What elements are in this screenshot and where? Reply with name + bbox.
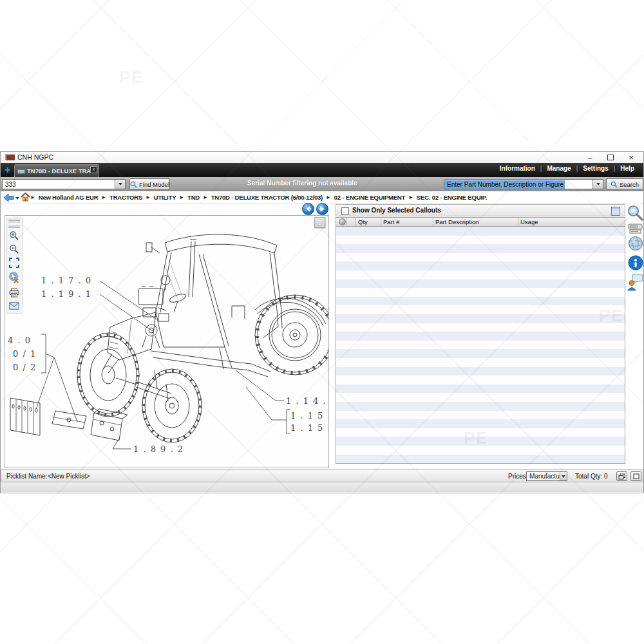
single-window-icon — [633, 473, 639, 479]
callout-0-2[interactable]: 0 / 2 — [13, 363, 37, 372]
window-bottom-strip — [1, 482, 643, 492]
tab-close-icon[interactable]: x — [90, 166, 97, 173]
menu-separator: | — [540, 165, 542, 172]
breadcrumb-separator: ► — [408, 194, 413, 200]
info-button[interactable] — [627, 254, 644, 271]
support-chat-button[interactable] — [627, 273, 644, 292]
parts-table-body — [336, 227, 625, 464]
fax-print-button[interactable] — [628, 223, 643, 234]
grid-view-icon[interactable] — [611, 207, 620, 216]
picklist-name-value[interactable]: <New Picklist> — [48, 473, 90, 480]
menu-separator: | — [614, 165, 616, 172]
cascade-windows-icon — [618, 473, 625, 480]
chevron-down-icon — [562, 475, 565, 478]
search-button[interactable]: Search — [606, 178, 643, 190]
parts-panel: Show Only Selected Callouts Qty Part # P… — [336, 204, 625, 464]
breadcrumb-separator: ► — [326, 194, 331, 200]
breadcrumb-item-tractors[interactable]: TRACTORS — [109, 194, 142, 201]
close-button[interactable]: × — [621, 152, 641, 163]
watermark-text: РЕ — [119, 68, 144, 88]
prev-figure-button[interactable] — [302, 203, 314, 215]
breadcrumb-item-brand[interactable]: New Holland AG EUR — [39, 194, 99, 201]
serial-filter-notice: Serial Number filtering not available — [247, 180, 357, 187]
main-area: 1 . 1 7 . 0 1 . 1 9 . 1 4 . 0 0 / 1 0 / … — [1, 204, 643, 469]
select-all-cell[interactable] — [336, 218, 347, 226]
single-view-button[interactable] — [630, 471, 641, 481]
callout-4-0[interactable]: 4 . 0 — [8, 336, 31, 345]
prices-label: Prices: — [508, 473, 528, 480]
column-qty[interactable]: Qty — [356, 218, 381, 226]
callout-1-15a[interactable]: 1 . 1 5 . — [290, 411, 328, 421]
callout-1-89-2[interactable]: 1 . 8 9 . 2 — [133, 444, 184, 454]
column-part-description[interactable]: Part Description — [433, 218, 518, 226]
prices-combo[interactable]: Manufacturer — [526, 471, 567, 481]
cascade-view-button[interactable] — [616, 471, 627, 481]
part-search-dropdown[interactable] — [592, 180, 603, 189]
parts-table-header: Qty Part # Part Description Usage — [336, 217, 625, 227]
callout-1-14[interactable]: 1 . 1 4 . — [286, 396, 327, 406]
breadcrumb-item-model[interactable]: TN70D - DELUXE TRACTOR (6/00-12/03) — [211, 194, 323, 201]
breadcrumb-separator: ► — [203, 194, 208, 200]
model-combo[interactable]: 333 — [2, 179, 126, 189]
select-all-icon — [339, 218, 346, 225]
column-part-number[interactable]: Part # — [381, 218, 433, 226]
model-combo-dropdown[interactable] — [115, 180, 125, 189]
menu-item-manage[interactable]: Manage — [547, 165, 571, 172]
picklist-bar: Picklist Name: <New Picklist> Prices: Ma… — [1, 469, 643, 482]
breadcrumb: ► New Holland AG EUR ► TRACTORS ► UTILIT… — [30, 194, 487, 201]
column-blank — [347, 218, 356, 226]
breadcrumb-item-subsection[interactable]: SEC. 02 - ENGINE EQUIP. — [417, 194, 487, 201]
globe-icon-button[interactable] — [627, 235, 644, 252]
find-model-label: Find Model — [139, 181, 169, 188]
total-qty: Total Qty: 0 — [575, 473, 608, 480]
prices-combo-dropdown[interactable] — [560, 472, 567, 480]
maximize-button[interactable] — [601, 152, 620, 163]
top-menu: Information | Manage | Settings | Help — [500, 165, 634, 172]
figure-panel: 1 . 1 7 . 0 1 . 1 9 . 1 4 . 0 0 / 1 0 / … — [5, 215, 329, 468]
show-only-selected-label: Show Only Selected Callouts — [352, 207, 441, 214]
new-tab-button[interactable]: + — [3, 164, 13, 176]
breadcrumb-separator: ► — [101, 194, 106, 200]
find-model-button[interactable]: Find Model — [129, 178, 170, 190]
picklist-name-label: Picklist Name: — [6, 473, 47, 480]
search-icon — [611, 181, 618, 188]
chevron-down-icon — [596, 183, 600, 185]
chevron-down-icon — [118, 183, 122, 185]
menu-item-information[interactable]: Information — [500, 165, 535, 172]
prices-combo-value: Manufacturer — [527, 473, 560, 480]
tab-icon — [17, 169, 25, 174]
callout-1-15b[interactable]: 1 . 1 5 . — [290, 423, 328, 433]
app-logo — [5, 154, 15, 160]
main-toolbar: 333 Find Model Serial Number filtering n… — [1, 177, 643, 191]
callout-leader-lines — [36, 281, 290, 449]
breadcrumb-separator: ► — [30, 194, 35, 200]
breadcrumb-item-tnd[interactable]: TND — [187, 194, 200, 201]
callout-0-1[interactable]: 0 / 1 — [13, 349, 37, 359]
figure-search-button[interactable] — [627, 204, 644, 222]
parts-panel-header: Show Only Selected Callouts — [336, 204, 625, 216]
maximize-icon — [607, 155, 614, 160]
show-only-selected-checkbox[interactable] — [341, 207, 349, 215]
menu-item-settings[interactable]: Settings — [583, 165, 608, 172]
home-icon[interactable] — [21, 193, 30, 202]
back-arrow-icon[interactable] — [3, 193, 14, 202]
window-title: CNH NGPC — [17, 153, 53, 161]
minimize-button[interactable]: – — [580, 152, 600, 163]
search-button-label: Search — [620, 181, 639, 188]
tab-label: TN70D - DELUXE TRA... — [27, 167, 96, 175]
column-usage[interactable]: Usage — [518, 218, 625, 226]
menu-item-help[interactable]: Help — [620, 165, 634, 172]
callout-1-17-0[interactable]: 1 . 1 7 . 0 — [41, 276, 92, 285]
breadcrumb-item-utility[interactable]: UTILITY — [154, 194, 176, 201]
breadcrumb-separator: ► — [179, 194, 184, 200]
next-figure-button[interactable] — [316, 203, 328, 215]
tab-bar: + TN70D - DELUXE TRA... x Information | … — [1, 163, 643, 177]
part-search-combo[interactable]: Enter Part Number, Description or Figure — [444, 179, 603, 189]
back-history-caret[interactable] — [15, 197, 19, 200]
tab-active[interactable]: TN70D - DELUXE TRA... x — [14, 164, 99, 178]
breadcrumb-bar: ► New Holland AG EUR ► TRACTORS ► UTILIT… — [1, 191, 643, 204]
tractor-figure: 1 . 1 7 . 0 1 . 1 9 . 1 4 . 0 0 / 1 0 / … — [5, 216, 328, 468]
breadcrumb-item-section[interactable]: 02 - ENGINE EQUIPMENT — [334, 194, 405, 201]
search-icon — [130, 181, 137, 188]
callout-1-19-1[interactable]: 1 . 1 9 . 1 — [41, 289, 92, 299]
